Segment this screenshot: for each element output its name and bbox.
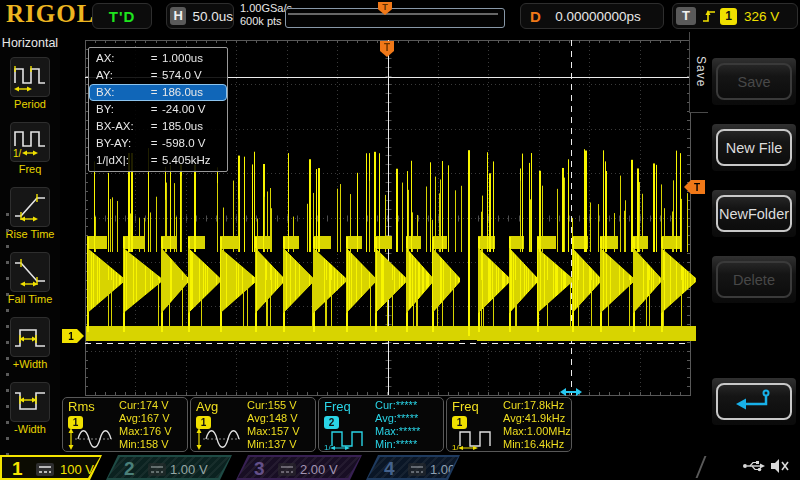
measurement-row: Avg:***** bbox=[375, 412, 420, 425]
sine-wave-icon bbox=[194, 426, 244, 456]
menu-softkey-slot: Delete bbox=[712, 256, 796, 303]
menu-item-label: Rise Time bbox=[0, 228, 60, 240]
measurement-row: Avg:148 V bbox=[247, 412, 300, 425]
rise-time-icon bbox=[10, 187, 50, 227]
measurement-freq-ch2[interactable]: Freq21/Cur:*****Avg:*****Max:*****Min:**… bbox=[318, 397, 444, 452]
cursor-panel: AX:=1.000usAY:=574.0 VBX:=186.0usBY:=-24… bbox=[88, 47, 228, 172]
coupling-icon bbox=[36, 463, 54, 476]
cursor-row-bx: BX:=186.0us bbox=[89, 84, 227, 101]
trigger-source-badge: 1 bbox=[720, 8, 737, 25]
measurement-values: Cur:155 VAvg:148 VMax:157 VMin:137 V bbox=[247, 399, 300, 451]
menu-softkey-slot: NewFolder bbox=[712, 190, 796, 237]
waveform-preview-bar[interactable] bbox=[285, 8, 505, 28]
menu-item-fall-time[interactable]: Fall Time bbox=[0, 252, 60, 305]
measurement-rms-ch1[interactable]: Rms1Cur:174 VAvg:167 VMax:176 VMin:158 V bbox=[62, 397, 188, 452]
cursor-name: BX-AX: bbox=[90, 119, 146, 134]
cursor-value: 186.0us bbox=[162, 85, 226, 100]
delay-value: 0.00000000ps bbox=[541, 9, 655, 24]
menu-item-label: -Width bbox=[0, 423, 60, 435]
square-wave-icon: 1/ bbox=[450, 426, 500, 456]
sine-wave-icon bbox=[66, 426, 116, 456]
minus-width-icon bbox=[10, 382, 50, 422]
measurement-values: Cur:*****Avg:*****Max:*****Min:***** bbox=[375, 399, 420, 451]
measurement-freq-ch1[interactable]: Freq11/Cur:17.8kHzAvg:41.9kHzMax:1.00MHz… bbox=[446, 397, 572, 452]
channel-tab-3[interactable]: 32.00 V bbox=[236, 455, 362, 480]
cursor-value: 574.0 V bbox=[162, 68, 226, 83]
plus-width-icon bbox=[10, 317, 50, 357]
measurement-row: Min:158 V bbox=[119, 438, 172, 451]
delete-button[interactable]: Delete bbox=[716, 261, 792, 298]
freq-icon: 1/ bbox=[10, 122, 50, 162]
cursor-name: AX: bbox=[90, 51, 146, 66]
save-button[interactable]: Save bbox=[716, 63, 792, 100]
channel-scale: 2.00 V bbox=[300, 462, 338, 477]
channel-tab-2[interactable]: 21.00 V bbox=[106, 455, 232, 480]
measurement-name: Rms bbox=[68, 399, 95, 414]
measurement-name: Freq bbox=[324, 399, 351, 414]
menu-scroll-dots bbox=[6, 213, 9, 480]
timebase-box[interactable]: H 50.0us bbox=[166, 3, 234, 29]
menu-item-period[interactable]: Period bbox=[0, 57, 60, 110]
menu-item--width[interactable]: +Width bbox=[0, 317, 60, 370]
right-menu: SaveNew FileNewFolderDelete bbox=[708, 30, 800, 455]
fall-time-icon bbox=[10, 252, 50, 292]
menu-item-freq[interactable]: 1/Freq bbox=[0, 122, 60, 175]
cursor-name: BY: bbox=[90, 102, 146, 117]
channel-scale: 1.00 V bbox=[170, 462, 208, 477]
menu-title: Horizontal bbox=[0, 36, 60, 50]
cursor-row-ax: AX:=1.000us bbox=[89, 50, 227, 67]
svg-text:1/: 1/ bbox=[324, 443, 331, 452]
menu-item--width[interactable]: -Width bbox=[0, 382, 60, 435]
cursor-name: BY-AY: bbox=[90, 136, 146, 151]
trigger-box[interactable]: T 1 326 V bbox=[672, 3, 798, 29]
trigger-slope-icon bbox=[701, 7, 717, 25]
new-file-button[interactable]: New File bbox=[716, 129, 792, 166]
measurement-avg-ch1[interactable]: Avg1Cur:155 VAvg:148 VMax:157 VMin:137 V bbox=[190, 397, 316, 452]
return-button[interactable] bbox=[716, 383, 792, 420]
channel-number: 1 bbox=[12, 458, 23, 480]
delay-label: D bbox=[530, 8, 541, 25]
measurement-row: Avg:167 V bbox=[119, 412, 172, 425]
channel-number: 3 bbox=[254, 458, 265, 480]
svg-text:1/: 1/ bbox=[13, 148, 22, 159]
cursor-name: 1/|dX|: bbox=[90, 153, 146, 168]
measurement-row: Max:176 V bbox=[119, 425, 172, 438]
cursor-row-by: BY:=-24.00 V bbox=[89, 101, 227, 118]
coupling-icon bbox=[408, 463, 426, 476]
cursor-value: 5.405kHz bbox=[162, 153, 226, 168]
horizontal-label: H bbox=[170, 7, 186, 25]
delay-box[interactable]: D 0.00000000ps bbox=[520, 3, 664, 29]
cursor-name: BX: bbox=[90, 85, 146, 100]
measurement-row: Max:***** bbox=[375, 425, 420, 438]
coupling-icon bbox=[148, 463, 166, 476]
measurement-row: Min:137 V bbox=[247, 438, 300, 451]
menu-item-rise-time[interactable]: Rise Time bbox=[0, 187, 60, 240]
oscilloscope-screen: RIGOL T'D H 50.0us 1.00GSa/s 600k pts T … bbox=[0, 0, 800, 480]
channel-tab-1[interactable]: 1100 V bbox=[0, 455, 102, 480]
menu-item-label: Fall Time bbox=[0, 293, 60, 305]
coupling-icon bbox=[278, 463, 296, 476]
measurement-name: Freq bbox=[452, 399, 479, 414]
cursor-value: 185.0us bbox=[162, 119, 226, 134]
trigger-label: T bbox=[676, 7, 696, 25]
cursor-row-dx: 1/|dX|:=5.405kHz bbox=[89, 152, 227, 169]
measurement-row: Cur:155 V bbox=[247, 399, 300, 412]
measurement-row: Cur:174 V bbox=[119, 399, 172, 412]
channel-bar: 1100 V21.00 V32.00 V41.00 V bbox=[0, 455, 800, 480]
trigger-level-value: 326 V bbox=[744, 9, 779, 24]
cursor-row-byay: BY-AY:=-598.0 V bbox=[89, 135, 227, 152]
speaker-muted-icon[interactable] bbox=[770, 458, 790, 478]
menu-softkey-slot: Save bbox=[712, 58, 796, 105]
menu-softkey-slot bbox=[712, 378, 796, 425]
trigger-status-badge[interactable]: T'D bbox=[92, 3, 152, 29]
timebase-value: 50.0us bbox=[192, 9, 233, 24]
newfolder-button[interactable]: NewFolder bbox=[716, 195, 792, 232]
cursor-value: -598.0 V bbox=[162, 136, 226, 151]
menu-tab-save[interactable]: Save bbox=[689, 32, 708, 113]
channel-tab-4[interactable]: 41.00 V bbox=[366, 455, 460, 480]
cursor-row-ay: AY:=574.0 V bbox=[89, 67, 227, 84]
cursor-row-bxax: BX-AX:=185.0us bbox=[89, 118, 227, 135]
usb-icon bbox=[742, 459, 766, 477]
measurement-row: Avg:41.9kHz bbox=[503, 412, 571, 425]
svg-text:1/: 1/ bbox=[452, 443, 459, 452]
